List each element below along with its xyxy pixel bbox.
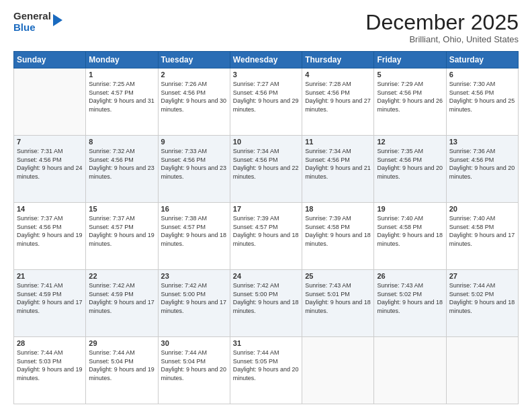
cell-week2-day3: 10Sunrise: 7:34 AMSunset: 4:56 PMDayligh… <box>230 136 302 203</box>
week-row-2: 7Sunrise: 7:31 AMSunset: 4:56 PMDaylight… <box>14 136 519 203</box>
day-number: 9 <box>161 138 227 146</box>
cell-week2-day5: 12Sunrise: 7:35 AMSunset: 4:56 PMDayligh… <box>374 136 446 203</box>
location: Brilliant, Ohio, United States <box>365 34 519 44</box>
day-number: 5 <box>377 71 443 79</box>
calendar-table: Sunday Monday Tuesday Wednesday Thursday… <box>13 51 519 404</box>
cell-week3-day2: 16Sunrise: 7:38 AMSunset: 4:57 PMDayligh… <box>158 203 230 270</box>
month-title: December 2025 <box>365 11 519 34</box>
day-number: 1 <box>89 71 154 79</box>
day-info: Sunrise: 7:43 AMSunset: 5:01 PMDaylight:… <box>305 281 371 315</box>
day-number: 15 <box>89 205 154 213</box>
cell-week3-day4: 18Sunrise: 7:39 AMSunset: 4:58 PMDayligh… <box>302 203 374 270</box>
day-number: 2 <box>161 71 227 79</box>
day-number: 18 <box>305 205 371 213</box>
day-info: Sunrise: 7:32 AMSunset: 4:56 PMDaylight:… <box>89 147 154 181</box>
cell-week1-day1: 1Sunrise: 7:25 AMSunset: 4:57 PMDaylight… <box>86 68 158 136</box>
day-info: Sunrise: 7:43 AMSunset: 5:02 PMDaylight:… <box>377 281 443 315</box>
cell-week5-day3: 31Sunrise: 7:44 AMSunset: 5:05 PMDayligh… <box>230 337 302 404</box>
cell-week2-day4: 11Sunrise: 7:34 AMSunset: 4:56 PMDayligh… <box>302 136 374 203</box>
day-info: Sunrise: 7:44 AMSunset: 5:05 PMDaylight:… <box>233 349 299 382</box>
day-info: Sunrise: 7:44 AMSunset: 5:04 PMDaylight:… <box>89 349 154 382</box>
day-number: 27 <box>449 272 515 280</box>
day-info: Sunrise: 7:27 AMSunset: 4:56 PMDaylight:… <box>233 80 299 113</box>
cell-week5-day1: 29Sunrise: 7:44 AMSunset: 5:04 PMDayligh… <box>86 337 158 404</box>
page: General Blue December 2025 Brilliant, Oh… <box>0 0 532 411</box>
day-info: Sunrise: 7:33 AMSunset: 4:56 PMDaylight:… <box>161 147 227 181</box>
day-info: Sunrise: 7:41 AMSunset: 4:59 PMDaylight:… <box>17 281 83 315</box>
day-number: 29 <box>89 339 154 347</box>
cell-week5-day5 <box>374 337 446 404</box>
cell-week3-day3: 17Sunrise: 7:39 AMSunset: 4:57 PMDayligh… <box>230 203 302 270</box>
day-number: 10 <box>233 138 299 146</box>
cell-week1-day3: 3Sunrise: 7:27 AMSunset: 4:56 PMDaylight… <box>230 68 302 136</box>
cell-week2-day6: 13Sunrise: 7:36 AMSunset: 4:56 PMDayligh… <box>446 136 518 203</box>
cell-week1-day6: 6Sunrise: 7:30 AMSunset: 4:56 PMDaylight… <box>446 68 518 136</box>
col-tuesday: Tuesday <box>158 52 230 68</box>
col-monday: Monday <box>86 52 158 68</box>
day-number: 30 <box>161 339 227 347</box>
day-number: 26 <box>377 272 443 280</box>
col-wednesday: Wednesday <box>230 52 302 68</box>
week-row-5: 28Sunrise: 7:44 AMSunset: 5:03 PMDayligh… <box>14 337 519 404</box>
week-row-3: 14Sunrise: 7:37 AMSunset: 4:56 PMDayligh… <box>14 203 519 270</box>
day-info: Sunrise: 7:40 AMSunset: 4:58 PMDaylight:… <box>377 214 443 248</box>
cell-week1-day0 <box>14 68 86 136</box>
day-number: 7 <box>17 138 83 146</box>
day-number: 14 <box>17 205 83 213</box>
cell-week3-day0: 14Sunrise: 7:37 AMSunset: 4:56 PMDayligh… <box>14 203 86 270</box>
week-row-1: 1Sunrise: 7:25 AMSunset: 4:57 PMDaylight… <box>14 68 519 136</box>
logo-text: General Blue <box>13 11 51 33</box>
cell-week4-day4: 25Sunrise: 7:43 AMSunset: 5:01 PMDayligh… <box>302 270 374 337</box>
day-info: Sunrise: 7:38 AMSunset: 4:57 PMDaylight:… <box>161 214 227 248</box>
day-number: 3 <box>233 71 299 79</box>
cell-week4-day5: 26Sunrise: 7:43 AMSunset: 5:02 PMDayligh… <box>374 270 446 337</box>
day-number: 25 <box>305 272 371 280</box>
cell-week2-day2: 9Sunrise: 7:33 AMSunset: 4:56 PMDaylight… <box>158 136 230 203</box>
day-info: Sunrise: 7:29 AMSunset: 4:56 PMDaylight:… <box>377 80 443 113</box>
cell-week5-day2: 30Sunrise: 7:44 AMSunset: 5:04 PMDayligh… <box>158 337 230 404</box>
day-info: Sunrise: 7:26 AMSunset: 4:56 PMDaylight:… <box>161 80 227 113</box>
day-info: Sunrise: 7:28 AMSunset: 4:56 PMDaylight:… <box>305 80 371 113</box>
cell-week3-day5: 19Sunrise: 7:40 AMSunset: 4:58 PMDayligh… <box>374 203 446 270</box>
day-info: Sunrise: 7:31 AMSunset: 4:56 PMDaylight:… <box>17 147 83 181</box>
col-sunday: Sunday <box>14 52 86 68</box>
day-info: Sunrise: 7:30 AMSunset: 4:56 PMDaylight:… <box>449 80 515 113</box>
cell-week2-day0: 7Sunrise: 7:31 AMSunset: 4:56 PMDaylight… <box>14 136 86 203</box>
day-number: 24 <box>233 272 299 280</box>
calendar-header-row: Sunday Monday Tuesday Wednesday Thursday… <box>14 52 519 68</box>
cell-week4-day3: 24Sunrise: 7:42 AMSunset: 5:00 PMDayligh… <box>230 270 302 337</box>
day-info: Sunrise: 7:42 AMSunset: 5:00 PMDaylight:… <box>161 281 227 315</box>
day-info: Sunrise: 7:39 AMSunset: 4:58 PMDaylight:… <box>305 214 371 248</box>
cell-week1-day4: 4Sunrise: 7:28 AMSunset: 4:56 PMDaylight… <box>302 68 374 136</box>
day-number: 20 <box>449 205 515 213</box>
col-saturday: Saturday <box>446 52 518 68</box>
day-info: Sunrise: 7:44 AMSunset: 5:02 PMDaylight:… <box>449 281 515 315</box>
day-number: 22 <box>89 272 154 280</box>
cell-week5-day0: 28Sunrise: 7:44 AMSunset: 5:03 PMDayligh… <box>14 337 86 404</box>
day-info: Sunrise: 7:39 AMSunset: 4:57 PMDaylight:… <box>233 214 299 248</box>
logo: General Blue <box>13 11 62 33</box>
day-info: Sunrise: 7:44 AMSunset: 5:04 PMDaylight:… <box>161 349 227 382</box>
cell-week3-day6: 20Sunrise: 7:40 AMSunset: 4:58 PMDayligh… <box>446 203 518 270</box>
cell-week5-day4 <box>302 337 374 404</box>
day-number: 4 <box>305 71 371 79</box>
cell-week1-day2: 2Sunrise: 7:26 AMSunset: 4:56 PMDaylight… <box>158 68 230 136</box>
cell-week3-day1: 15Sunrise: 7:37 AMSunset: 4:57 PMDayligh… <box>86 203 158 270</box>
cell-week4-day1: 22Sunrise: 7:42 AMSunset: 4:59 PMDayligh… <box>86 270 158 337</box>
day-number: 21 <box>17 272 83 280</box>
week-row-4: 21Sunrise: 7:41 AMSunset: 4:59 PMDayligh… <box>14 270 519 337</box>
day-number: 12 <box>377 138 443 146</box>
day-number: 28 <box>17 339 83 347</box>
day-info: Sunrise: 7:44 AMSunset: 5:03 PMDaylight:… <box>17 349 83 382</box>
cell-week2-day1: 8Sunrise: 7:32 AMSunset: 4:56 PMDaylight… <box>86 136 158 203</box>
day-info: Sunrise: 7:36 AMSunset: 4:56 PMDaylight:… <box>449 147 515 181</box>
day-number: 6 <box>449 71 515 79</box>
day-number: 17 <box>233 205 299 213</box>
day-number: 8 <box>89 138 154 146</box>
cell-week1-day5: 5Sunrise: 7:29 AMSunset: 4:56 PMDaylight… <box>374 68 446 136</box>
day-number: 23 <box>161 272 227 280</box>
cell-week4-day0: 21Sunrise: 7:41 AMSunset: 4:59 PMDayligh… <box>14 270 86 337</box>
day-info: Sunrise: 7:42 AMSunset: 5:00 PMDaylight:… <box>233 281 299 315</box>
day-info: Sunrise: 7:37 AMSunset: 4:57 PMDaylight:… <box>89 214 154 248</box>
day-info: Sunrise: 7:35 AMSunset: 4:56 PMDaylight:… <box>377 147 443 181</box>
